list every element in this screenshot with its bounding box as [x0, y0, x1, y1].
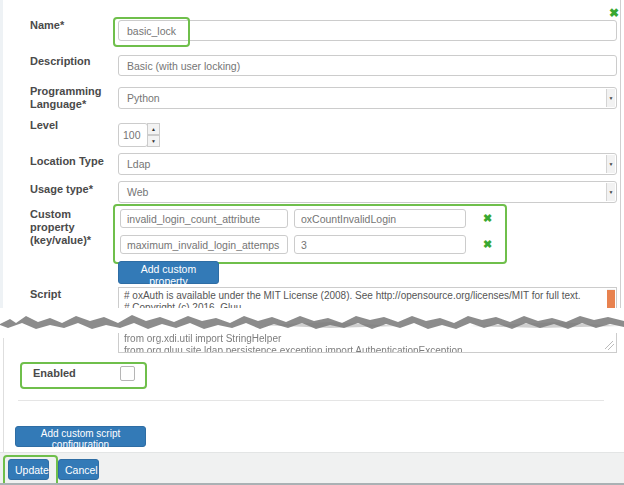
spinner-up-icon[interactable]: ▲	[147, 123, 160, 135]
name-input[interactable]	[118, 20, 617, 41]
location-type-select[interactable]: Ldap ▼	[118, 153, 617, 175]
script-line: # oxAuth is available under the MIT Lice…	[119, 290, 616, 302]
level-input[interactable]	[118, 123, 148, 147]
custom-property-label: Custom property (key/value)*	[30, 208, 116, 247]
usage-type-value: Web	[127, 186, 148, 198]
panel-left-edge	[0, 0, 3, 308]
spinner-down-icon[interactable]: ▼	[147, 135, 160, 147]
script-textarea[interactable]: # oxAuth is available under the MIT Lice…	[118, 287, 617, 310]
resize-grip-icon[interactable]	[605, 341, 614, 350]
property-key-input[interactable]	[120, 235, 288, 254]
dropdown-arrow-icon[interactable]: ▼	[606, 183, 615, 201]
update-button[interactable]: Update	[8, 459, 49, 480]
panel-right-edge	[620, 0, 621, 308]
script-label: Script	[30, 288, 116, 301]
location-type-label: Location Type	[30, 155, 116, 168]
location-type-value: Ldap	[127, 158, 150, 170]
programming-language-label: Programming Language*	[30, 85, 116, 111]
level-label: Level	[30, 119, 116, 132]
usage-type-select[interactable]: Web ▼	[118, 181, 617, 203]
property-key-input[interactable]	[120, 209, 288, 228]
description-input[interactable]	[118, 55, 617, 76]
close-icon[interactable]: ✖	[609, 8, 619, 19]
custom-script-form: ✖ Name* Description Programming Language…	[0, 0, 624, 485]
remove-property-icon[interactable]: ✖	[483, 213, 492, 224]
property-value-input[interactable]	[294, 209, 466, 228]
property-value-input[interactable]	[294, 235, 466, 254]
enabled-checkbox[interactable]	[120, 366, 135, 381]
description-label: Description	[30, 55, 116, 68]
add-custom-script-configuration-button[interactable]: Add custom script configuration	[15, 426, 146, 447]
script-line: from org.xdi.util import StringHelper	[119, 333, 616, 345]
add-custom-property-button[interactable]: Add custom property	[118, 261, 219, 284]
panel-left-edge-lower	[3, 338, 4, 452]
programming-language-select[interactable]: Python ▼	[118, 87, 617, 109]
cancel-button[interactable]: Cancel	[58, 459, 99, 480]
enabled-label: Enabled	[33, 367, 103, 380]
script-scrollbar-thumb[interactable]	[607, 290, 615, 310]
torn-paper-divider	[0, 308, 624, 334]
dropdown-arrow-icon[interactable]: ▼	[606, 155, 615, 173]
dropdown-arrow-icon[interactable]: ▼	[606, 89, 615, 107]
script-line: from org.gluu.site.ldap.persistence.exce…	[119, 345, 616, 353]
section-divider	[18, 400, 604, 401]
remove-property-icon[interactable]: ✖	[483, 239, 492, 250]
script-textarea-continued[interactable]: from org.xdi.util import StringHelper fr…	[118, 333, 617, 353]
programming-language-value: Python	[127, 92, 160, 104]
name-label: Name*	[30, 19, 116, 32]
usage-type-label: Usage type*	[30, 183, 116, 196]
